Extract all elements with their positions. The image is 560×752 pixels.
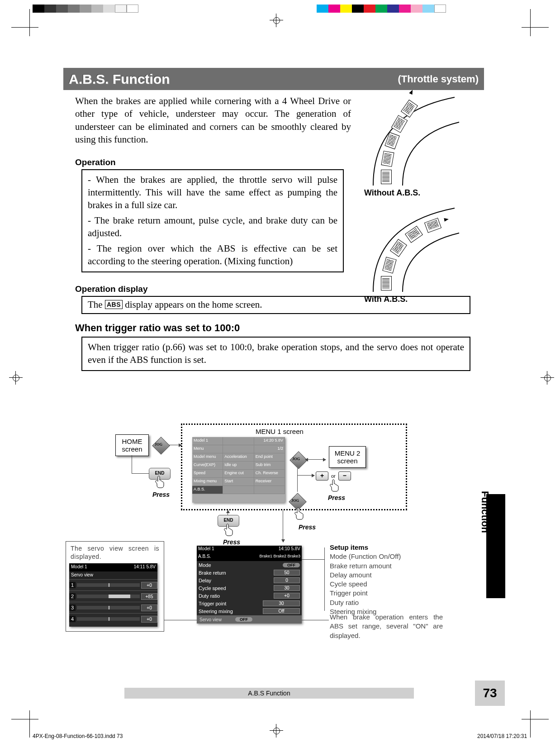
hand-icon-4 xyxy=(223,523,235,537)
press-label-3: Press xyxy=(299,524,316,531)
on-note: When brake operation enters the ABS set … xyxy=(330,613,443,640)
center-mark-left xyxy=(9,371,23,385)
servo-view-screenshot: Model 114:11 5.8V Servo view 1+0 2+85 3+… xyxy=(69,563,157,627)
title-bar: A.B.S. Function (Throttle system) xyxy=(63,68,484,90)
hand-icon xyxy=(154,475,166,489)
press-label-2: Press xyxy=(328,494,345,501)
illus-without-caption: Without A.B.S. xyxy=(364,188,420,198)
page-title: A.B.S. Function xyxy=(69,71,170,87)
plus-button-icon: + xyxy=(316,471,328,481)
hand-icon-3 xyxy=(294,507,305,520)
page-number: 73 xyxy=(475,681,505,706)
registration-color xyxy=(317,5,446,13)
setup-heading: Setup items xyxy=(330,543,447,552)
footer-title: A.B.S Function xyxy=(124,688,414,699)
imprint-file: 4PX-Eng-08-Function-66-103.indd 73 xyxy=(33,733,123,739)
press-label-1: Press xyxy=(152,491,170,498)
jog-icon: JOG xyxy=(153,438,168,452)
display-box: The ABS display appears on the home scre… xyxy=(81,296,470,314)
intro-text: When the brakes are applied while corner… xyxy=(75,95,351,146)
operation-box: - When the brakes are applied, the throt… xyxy=(81,169,344,272)
press-label-4: Press xyxy=(223,538,240,546)
menu1-caption: MENU 1 screen xyxy=(256,427,304,436)
illustration-without-abs: Without A.B.S. xyxy=(364,90,475,188)
page-subtitle: (Throttle system) xyxy=(398,73,479,85)
disp-pre: The xyxy=(88,299,105,310)
navigation-diagram: MENU 1 screen HOME screen JOG Model 114:… xyxy=(66,412,482,665)
home-screen-box: HOME screen xyxy=(115,434,149,456)
servo-note-text: The servo view screen is displayed. xyxy=(71,544,159,561)
illustration-with-abs: With A.B.S. xyxy=(364,204,475,294)
disp-post: display appears on the home screen. xyxy=(125,299,262,310)
abs-chip: ABS xyxy=(105,300,123,309)
center-mark-right xyxy=(541,371,554,385)
center-mark-top xyxy=(270,14,283,27)
op-p3: - The region over which the ABS is effec… xyxy=(88,243,337,268)
jog-icon-2: JOG xyxy=(291,452,305,467)
registration-greyscale xyxy=(33,5,138,13)
op-p2: - The brake return amount, pulse cycle, … xyxy=(88,214,337,240)
menu2-screen-box: MENU 2 screen xyxy=(329,446,366,468)
center-mark-bottom xyxy=(270,724,283,738)
trigger-heading: When trigger ratio was set to 100:0 xyxy=(75,322,484,334)
illus-with-caption: With A.B.S. xyxy=(364,295,408,304)
or-label: or xyxy=(330,473,337,479)
menu1-screenshot: Model 114:20 5.8V Menu1/2 Model menuAcce… xyxy=(192,437,285,503)
imprint-timestamp: 2014/07/18 17:20:31 xyxy=(477,733,527,739)
side-tab-label: Function xyxy=(479,491,491,533)
trigger-box: When trigger ratio (p.66) was set to 100… xyxy=(81,337,470,371)
abs-settings-screenshot: Model 114:10 5.8V A.B.S.Brake1 Brake2 Br… xyxy=(197,546,302,623)
op-p1: - When the brakes are applied, the throt… xyxy=(88,174,337,212)
hand-icon-2 xyxy=(329,479,341,492)
servo-note-box: The servo view screen is displayed. Mode… xyxy=(66,541,164,632)
setup-items: Setup items Mode (Function On/Off) Brake… xyxy=(330,543,447,616)
